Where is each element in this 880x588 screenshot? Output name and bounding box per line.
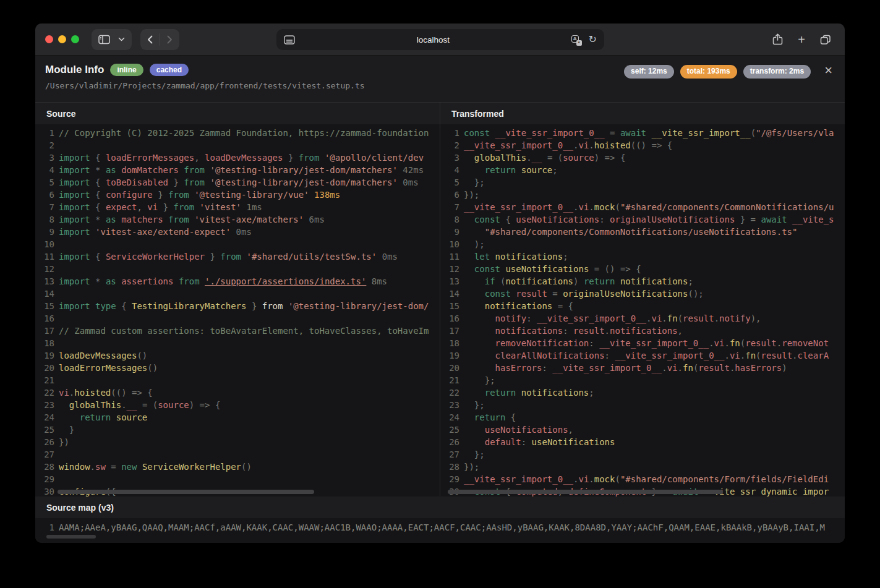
- traffic-lights: [45, 35, 79, 43]
- code-line: 24 return {: [440, 411, 845, 424]
- code-line: 28});: [440, 461, 845, 473]
- code-line: 7import { expect, vi } from 'vitest' 1ms: [35, 201, 440, 213]
- close-button[interactable]: ×: [824, 65, 832, 76]
- code-line: 12 const useNotifications = () => {: [440, 263, 845, 275]
- page-title: Module Info: [45, 64, 104, 76]
- transformed-panel-title: Transformed: [440, 103, 845, 124]
- code-line: 23 globalThis.__ = (source) => {: [35, 399, 440, 411]
- share-icon: [772, 33, 783, 45]
- code-line: 11import { ServiceWorkerHelper } from '#…: [35, 250, 440, 263]
- code-line: 2: [35, 139, 440, 151]
- code-line: 20loadErrorMessages(): [35, 362, 440, 374]
- code-line: 19loadDevMessages(): [35, 349, 440, 362]
- address-bar-actions: A * ↻: [571, 35, 597, 45]
- code-line: 10: [35, 238, 440, 250]
- code-line: 11 let notifications;: [440, 250, 845, 263]
- forward-icon: [167, 35, 173, 44]
- code-line: 7__vite_ssr_import_0__.vi.mock("#shared/…: [440, 201, 845, 213]
- code-line: 29__vite_ssr_import_0__.vi.mock("#shared…: [440, 473, 845, 485]
- timing-total-badge: total: 193ms: [680, 65, 737, 79]
- window-close-button[interactable]: [45, 35, 53, 43]
- nav-button-group: [140, 29, 179, 50]
- code-line: 18: [35, 337, 440, 349]
- address-bar[interactable]: localhost A * ↻: [276, 29, 604, 50]
- sidebar-menu-button[interactable]: [117, 29, 132, 50]
- back-button[interactable]: [140, 29, 160, 50]
- transformed-panel: Transformed 1const __vite_ssr_import_0__…: [440, 103, 845, 496]
- code-line: 15 notifications = {: [440, 300, 845, 312]
- sidebar-button-group: [92, 29, 132, 50]
- code-line: 6import { configure } from '@testing-lib…: [35, 189, 440, 201]
- code-line: 27: [35, 448, 440, 461]
- source-horizontal-scrollbar[interactable]: [58, 490, 314, 494]
- code-line: 13 if (notifications) return notificatio…: [440, 275, 845, 288]
- module-info-header: Module Info inline cached /Users/vladimi…: [35, 56, 845, 102]
- page-format-icon[interactable]: [284, 35, 295, 45]
- browser-window: localhost A * ↻ +: [35, 23, 845, 543]
- code-line: 28window.sw = new ServiceWorkerHelper(): [35, 461, 440, 473]
- sourcemap-title: Source map (v3): [35, 496, 845, 518]
- code-line: 26 default: useNotifications: [440, 436, 845, 448]
- code-line: 10 );: [440, 238, 845, 250]
- new-tab-button[interactable]: +: [798, 29, 805, 50]
- code-line: 8import * as matchers from 'vitest-axe/m…: [35, 213, 440, 226]
- toolbar-right: +: [772, 29, 835, 50]
- sourcemap-horizontal-scrollbar[interactable]: [46, 535, 96, 539]
- code-line: 18 removeNotification: __vite_ssr_import…: [440, 337, 845, 349]
- code-line: 19 clearAllNotifications: __vite_ssr_imp…: [440, 349, 845, 362]
- sourcemap-section: Source map (v3) 1 AAMA;AAeA,yBAAG,QAAQ,M…: [35, 496, 845, 543]
- code-line: 13import * as assertions from './support…: [35, 275, 440, 288]
- tabs-icon: [820, 34, 831, 45]
- window-zoom-button[interactable]: [71, 35, 79, 43]
- code-line: 9import 'vitest-axe/extend-expect' 0ms: [35, 226, 440, 238]
- code-line: 5 };: [440, 176, 845, 189]
- code-line: 27 };: [440, 448, 845, 461]
- code-line: 22 return notifications;: [440, 386, 845, 399]
- close-icon: ×: [824, 62, 832, 78]
- code-line: 14: [35, 288, 440, 300]
- code-line: 21: [35, 374, 440, 386]
- code-line: 22vi.hoisted(() => {: [35, 386, 440, 399]
- code-line: 23 };: [440, 399, 845, 411]
- code-line: 25 useNotifications,: [440, 424, 845, 436]
- code-line: 1const __vite_ssr_import_0__ = await __v…: [440, 127, 845, 139]
- transformed-code: 1const __vite_ssr_import_0__ = await __v…: [440, 124, 845, 496]
- code-line: 1// Copyright (C) 2012-2025 Zammad Found…: [35, 127, 440, 139]
- code-line: 3import { loadErrorMessages, loadDevMess…: [35, 151, 440, 164]
- plus-icon: +: [798, 33, 805, 46]
- code-line: 5import { toBeDisabled } from '@testing-…: [35, 176, 440, 189]
- code-line: 14 const result = originalUseNotificatio…: [440, 288, 845, 300]
- timing-self-badge: self: 12ms: [624, 65, 674, 79]
- browser-titlebar: localhost A * ↻ +: [35, 23, 845, 56]
- code-line: 17 notifications: result.notifications,: [440, 325, 845, 337]
- translate-icon[interactable]: A *: [571, 35, 581, 45]
- tab-overview-button[interactable]: [820, 29, 831, 50]
- window-minimize-button[interactable]: [58, 35, 66, 43]
- code-line: 8 const { useNotifications: originalUseN…: [440, 213, 845, 226]
- timing-transform-badge: transform: 2ms: [743, 65, 811, 79]
- code-line: 6});: [440, 189, 845, 201]
- share-button[interactable]: [772, 29, 783, 50]
- transformed-horizontal-scrollbar[interactable]: [448, 490, 723, 494]
- inline-badge: inline: [110, 64, 143, 76]
- source-panel-title: Source: [35, 103, 440, 124]
- code-line: 26}): [35, 436, 440, 448]
- cached-badge: cached: [150, 64, 189, 76]
- code-line: 12: [35, 263, 440, 275]
- code-line: 16 notify: __vite_ssr_import_0__.vi.fn(r…: [440, 312, 845, 325]
- chevron-down-icon: [118, 37, 125, 41]
- code-line: 20 hasErrors: __vite_ssr_import_0__.vi.f…: [440, 362, 845, 374]
- sourcemap-body: 1 AAMA;AAeA,yBAAG,QAAQ,MAAM;AACf,aAAW,KA…: [35, 518, 845, 543]
- code-line: 2__vite_ssr_import_0__.vi.hoisted(() => …: [440, 139, 845, 151]
- code-line: 25 }: [35, 424, 440, 436]
- sidebar-icon: [98, 35, 110, 45]
- code-line: 24 return source: [35, 411, 440, 424]
- url-text[interactable]: localhost: [295, 35, 571, 45]
- sidebar-toggle-button[interactable]: [92, 29, 117, 50]
- reload-icon[interactable]: ↻: [589, 35, 597, 45]
- code-line: 21 };: [440, 374, 845, 386]
- forward-button[interactable]: [160, 29, 179, 50]
- sourcemap-mapping: AAMA;AAeA,yBAAG,QAAQ,MAAM;AACf,aAAW,KAAK…: [59, 521, 825, 534]
- source-code: 1// Copyright (C) 2012-2025 Zammad Found…: [35, 124, 440, 496]
- code-line: 15import type { TestingLibraryMatchers }…: [35, 300, 440, 312]
